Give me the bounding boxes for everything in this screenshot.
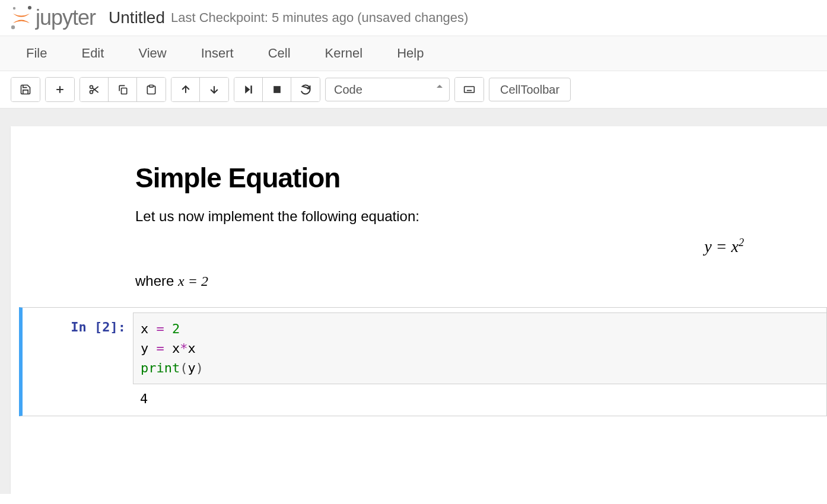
- svg-rect-10: [150, 85, 154, 87]
- menu-kernel[interactable]: Kernel: [317, 40, 371, 67]
- markdown-where: where x = 2: [135, 273, 803, 289]
- checkpoint-text: Last Checkpoint: 5 minutes ago (unsaved …: [171, 10, 468, 25]
- markdown-equation: y = x2: [135, 237, 803, 256]
- plus-icon: [54, 84, 66, 95]
- svg-point-2: [11, 25, 15, 29]
- menu-file[interactable]: File: [18, 40, 55, 67]
- command-palette-button[interactable]: [455, 78, 484, 101]
- run-button[interactable]: [234, 78, 263, 101]
- input-prompt: In [2]:: [23, 312, 133, 384]
- svg-point-6: [90, 91, 93, 94]
- arrow-up-icon: [180, 84, 192, 95]
- svg-point-1: [28, 6, 31, 9]
- restart-button[interactable]: [291, 78, 320, 101]
- svg-marker-13: [245, 85, 250, 93]
- jupyter-logo-text: jupyter: [36, 5, 96, 30]
- copy-icon: [117, 84, 129, 95]
- cut-button[interactable]: [80, 78, 109, 101]
- notebook-container: Simple Equation Let us now implement the…: [0, 109, 827, 494]
- menu-edit[interactable]: Edit: [73, 40, 112, 67]
- svg-rect-15: [273, 86, 281, 93]
- save-button[interactable]: [11, 78, 40, 101]
- markdown-heading: Simple Equation: [135, 162, 803, 194]
- menu-help[interactable]: Help: [389, 40, 432, 67]
- notebook-panel: Simple Equation Let us now implement the…: [11, 126, 827, 494]
- refresh-icon: [300, 84, 311, 95]
- paste-button[interactable]: [137, 78, 166, 101]
- save-icon: [20, 84, 31, 95]
- copy-button[interactable]: [109, 78, 137, 101]
- output-value: 4: [133, 389, 155, 411]
- svg-point-0: [13, 7, 15, 9]
- svg-point-5: [90, 85, 93, 88]
- menu-view[interactable]: View: [130, 40, 174, 67]
- jupyter-logo[interactable]: jupyter: [8, 5, 96, 31]
- interrupt-button[interactable]: [263, 78, 291, 101]
- stop-icon: [271, 84, 283, 95]
- jupyter-logo-icon: [8, 5, 34, 31]
- paste-icon: [145, 84, 157, 95]
- code-input-area[interactable]: x = 2 y = x*x print(y): [133, 312, 826, 384]
- cell-type-value: Code: [334, 83, 362, 97]
- arrow-down-icon: [208, 84, 220, 95]
- cell-type-select[interactable]: Code: [325, 78, 450, 101]
- svg-rect-16: [465, 87, 475, 92]
- svg-rect-14: [250, 85, 252, 93]
- add-cell-button[interactable]: [46, 78, 74, 101]
- toolbar: Code CellToolbar: [0, 71, 827, 109]
- svg-rect-9: [121, 88, 126, 94]
- menu-insert[interactable]: Insert: [193, 40, 242, 67]
- move-up-button[interactable]: [171, 78, 200, 101]
- code-output: . 4: [23, 389, 826, 411]
- code-cell[interactable]: In [2]: x = 2 y = x*x print(y) . 4: [19, 307, 827, 416]
- step-forward-icon: [243, 84, 255, 95]
- menu-cell[interactable]: Cell: [260, 40, 299, 67]
- scissors-icon: [88, 84, 100, 95]
- keyboard-icon: [463, 84, 475, 95]
- cell-toolbar-button[interactable]: CellToolbar: [489, 78, 571, 101]
- markdown-intro: Let us now implement the following equat…: [135, 208, 803, 225]
- move-down-button[interactable]: [200, 78, 228, 101]
- markdown-cell[interactable]: Simple Equation Let us now implement the…: [11, 162, 827, 289]
- notebook-header: jupyter Untitled Last Checkpoint: 5 minu…: [0, 0, 827, 36]
- notebook-title[interactable]: Untitled: [109, 8, 165, 27]
- menubar: File Edit View Insert Cell Kernel Help: [0, 36, 827, 71]
